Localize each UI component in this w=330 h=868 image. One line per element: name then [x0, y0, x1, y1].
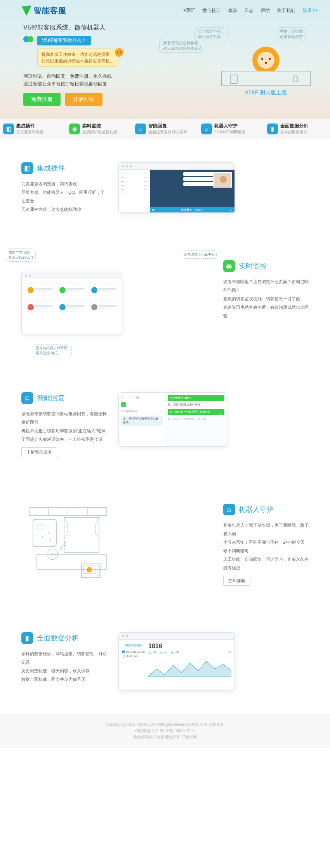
reply-section-icon: ☺ — [21, 392, 33, 404]
svg-rect-17 — [97, 566, 99, 576]
svg-rect-9 — [64, 517, 99, 552]
reply-icon: ☺ — [135, 124, 146, 134]
avatar-pair-icon — [23, 36, 34, 45]
monitor-icon: ◉ — [69, 124, 80, 134]
nav-item-trial[interactable]: 体验 — [228, 7, 237, 14]
plugin-section-icon: ◧ — [21, 162, 33, 174]
callout-3: 正在与机器人对话呢~ 聊天已经8条了 — [33, 344, 72, 357]
try-now-button[interactable]: 立即体验 — [223, 576, 250, 586]
sec1-body: 完美兼容各浏览器，简约美观 网页客服、智能机器人、QQ、阿里旺旺，全面整合 无论… — [21, 179, 107, 214]
beta-text: V5KF 测试版上线 — [221, 89, 311, 96]
lion-big-icon — [252, 47, 280, 74]
sec2-body: 访客来自哪里？正在浏览什么页面？咨询过哪些问题？ 直观的访客监视功能，访客信息一… — [223, 277, 309, 320]
section-reply: ☺ 智能回复 系统会根据访客提问自动推荐回复，客服选择发送即可 再也不用担心访客… — [0, 369, 330, 480]
section-robot: ⌂ 机器人守护 客服也是人！饿了要吃饭，困了要睡觉，急了要入厕 小五来帮忙！不吃… — [0, 480, 330, 609]
strip-item-plugin[interactable]: ◧ 集成插件完美兼容浏览器 — [0, 119, 66, 139]
register-button[interactable]: 免费注册 — [23, 93, 61, 106]
sleeping-illustration: z Z — [21, 504, 122, 581]
sec4-title: ⌂ 机器人守护 — [223, 504, 309, 515]
strip-item-robot[interactable]: ⌂ 机器人守护24小时不间断服务 — [198, 119, 264, 139]
monitor-section-icon: ◉ — [223, 260, 235, 272]
plugin-mockup: —— —— —— —— —— —— —— ———— —— ◧联系我们（V5KF）… — [118, 162, 235, 213]
hand-bubble-2: 我是问问的在线客服， 你上班时间我帮你看店 — [159, 39, 205, 53]
footer-line-1: Copyright@2013 V5KF.COM All Rights Reser… — [0, 722, 330, 728]
nav-item-about[interactable]: 关于我们 — [277, 7, 295, 14]
cursor-icon: ↖ — [220, 412, 223, 417]
nav-item-v5kf[interactable]: V5KF — [184, 7, 195, 14]
footer: Copyright@2013 V5KF.COM All Rights Reser… — [0, 714, 330, 748]
svg-point-5 — [37, 524, 43, 530]
analytics-mockup: 客服访问机器 192.168.10.190 obert.com 1816 近一周… — [118, 632, 235, 691]
side-toggle: 客服访问机器 — [122, 643, 145, 648]
feature-strip: ◧ 集成插件完美兼容浏览器 ◉ 实时监控直观的访客监视功能 ☺ 智能回复全面提升… — [0, 118, 330, 139]
nav-login[interactable]: 登录 >> — [302, 7, 318, 14]
strip-item-reply[interactable]: ☺ 智能回复全面提升客服对话效率 — [132, 119, 198, 139]
hand-bubble-3: 唯美，是审阅 更是审你所想 — [276, 27, 306, 41]
learn-reply-button[interactable]: 了解智能回复 — [21, 447, 57, 457]
logo-icon — [21, 6, 31, 16]
footer-line-2: 增值电信业务 粤ICP备13000201号 — [0, 728, 330, 734]
reply-mockup: ☑▭◉ V 产品质量是否 亲，我们的产品是享受三包服务的 产品质量怎么样？ 答：… — [118, 392, 227, 447]
callout-2: 正在浏览 [ 产品中心 ] — [181, 250, 219, 259]
nav-links: V5KF 微信接口 体验 日志 帮助 关于我们 登录 >> — [184, 7, 318, 14]
sec3-body: 系统会根据访客提问自动推荐回复，客服选择发送即可 再也不用担心访客对聊客服的"正… — [21, 409, 107, 444]
section-analytics: ▮ 全面数据分析 多样的数据报表，网站流量、访客信息、对话记录 历史浏览轨迹、聊… — [0, 609, 330, 714]
section-plugin: ◧ 集成插件 完美兼容各浏览器，简约美观 网页客服、智能机器人、QQ、阿里旺旺，… — [0, 139, 330, 237]
svg-point-8 — [50, 540, 51, 541]
plugin-icon: ◧ — [3, 124, 14, 134]
analytics-icon: ▮ — [267, 124, 278, 134]
sec1-title: ◧ 集成插件 — [21, 162, 107, 174]
svg-point-16 — [87, 567, 92, 572]
nav-item-help[interactable]: 帮助 — [261, 7, 270, 14]
callout-1: 来自广东·深圳 从百度找到我们 — [6, 249, 36, 262]
stat-number: 1816 — [148, 643, 231, 650]
lion-small-icon — [115, 48, 125, 58]
agent-photo — [213, 172, 232, 188]
robot-section-icon: ⌂ — [223, 504, 235, 515]
desk-icon — [221, 71, 311, 86]
logo[interactable]: 智能客服 — [21, 5, 66, 16]
svg-point-7 — [42, 536, 43, 537]
sec3-title: ☺ 智能回复 — [21, 392, 107, 404]
strip-item-analytics[interactable]: ▮ 全面数据分析多样的数据报表 — [264, 119, 330, 139]
svg-text:z: z — [60, 546, 62, 550]
svg-text:Z: Z — [63, 541, 66, 547]
svg-point-6 — [48, 532, 49, 534]
lion-desk-illustration: Hi！我是小五， 你一直在找我 我是问问的在线客服， 你上班时间我帮你看店 唯美… — [221, 39, 311, 96]
hero: 智能客服 V5KF 微信接口 体验 日志 帮助 关于我们 登录 >> V5智能客… — [0, 0, 330, 118]
sec5-body: 多样的数据报表，网站流量、访客信息、对话记录 历史浏览轨迹、聊天内容，永久保存 … — [21, 649, 107, 684]
robot-icon: ⌂ — [201, 124, 212, 134]
footer-line-3: 最终解释权归智客网络所有 17素材网 — [0, 734, 330, 740]
svg-rect-4 — [33, 519, 56, 546]
monitor-mockup — [21, 272, 122, 334]
hero-bubble-blue: V5KF能帮我做什么？ — [37, 36, 91, 45]
section-monitor: ◉ 实时监控 访客来自哪里？正在浏览什么页面？咨询过哪些问题？ 直观的访客监视功… — [0, 237, 330, 369]
hero-bubble-yellow: 提高客服工作效率、访客对话的质量， 让您以更低的运营成本赢得更多商机。 — [37, 49, 118, 67]
sec5-title: ▮ 全面数据分析 — [21, 632, 107, 644]
top-nav: 智能客服 V5KF 微信接口 体验 日志 帮助 关于我们 登录 >> — [0, 0, 330, 16]
area-chart — [148, 658, 231, 677]
start-chat-button[interactable]: 开启对话 — [65, 93, 102, 106]
sec2-title: ◉ 实时监控 — [223, 260, 309, 272]
sec4-body: 客服也是人！饿了要吃饭，困了要睡觉，急了要入厕 小五来帮忙！不吃不喝当不住，24… — [223, 521, 309, 572]
nav-item-log[interactable]: 日志 — [244, 7, 254, 14]
nav-item-wechat[interactable]: 微信接口 — [202, 7, 221, 14]
strip-item-monitor[interactable]: ◉ 实时监控直观的访客监视功能 — [66, 119, 132, 139]
logo-text: 智能客服 — [34, 5, 66, 16]
analytics-section-icon: ▮ — [21, 632, 33, 644]
